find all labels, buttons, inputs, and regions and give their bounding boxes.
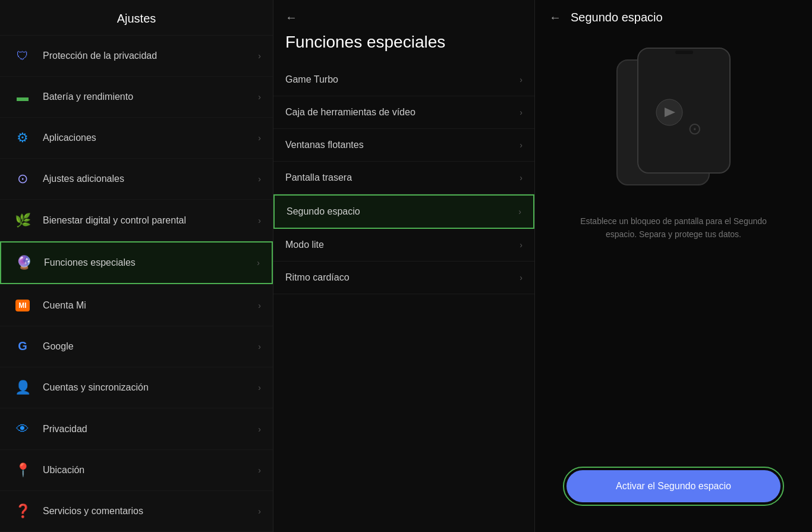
menu-item-video-toolbox[interactable]: Caja de herramientas de vídeo ›	[273, 96, 534, 129]
chevron-right-icon: ›	[258, 342, 261, 351]
chevron-right-icon: ›	[258, 174, 261, 184]
chevron-right-icon: ›	[258, 92, 261, 102]
sidebar-item-ubicacion[interactable]: 📍 Ubicación ›	[0, 450, 273, 491]
sidebar-item-mi[interactable]: MI Cuenta Mi ›	[0, 285, 273, 326]
shield-icon: 🛡	[12, 45, 33, 67]
menu-item-second-space[interactable]: Segundo espacio ›	[273, 194, 534, 229]
right-header: ← Segundo espacio	[535, 0, 812, 30]
chevron-right-icon: ›	[258, 424, 261, 434]
sidebar-item-additional[interactable]: ⊙ Ajustes adicionales ›	[0, 159, 273, 200]
sidebar-item-servicios[interactable]: ❓ Servicios y comentarios ›	[0, 491, 273, 532]
menu-item-game-turbo[interactable]: Game Turbo ›	[273, 64, 534, 96]
sidebar-item-label: Funciones especiales	[44, 257, 257, 268]
additional-icon: ⊙	[12, 168, 33, 190]
menu-item-floating-windows[interactable]: Ventanas flotantes ›	[273, 129, 534, 162]
chevron-right-icon: ›	[258, 383, 261, 392]
phone-illustration: ⊙	[605, 42, 742, 203]
activate-second-space-button[interactable]: Activar el Segundo espacio	[566, 470, 780, 502]
chevron-right-icon: ›	[258, 506, 261, 516]
sync-icon: 👤	[12, 377, 33, 398]
menu-item-lite-mode[interactable]: Modo lite ›	[273, 229, 534, 262]
middle-back-button[interactable]: ←	[285, 11, 297, 24]
sidebar-item-google[interactable]: G Google ›	[0, 326, 273, 367]
sidebar-item-privacy-protection[interactable]: 🛡 Protección de la privacidad ›	[0, 36, 273, 77]
battery-icon: ▬	[12, 86, 33, 108]
svg-rect-1	[638, 48, 730, 173]
sidebar-item-label: Bienestar digital y control parental	[43, 215, 258, 226]
sidebar-item-label: Ubicación	[43, 465, 258, 476]
menu-item-label: Caja de herramientas de vídeo	[285, 107, 520, 118]
funciones-icon: 🔮	[13, 252, 34, 273]
sidebar-item-battery[interactable]: ▬ Batería y rendimiento ›	[0, 77, 273, 118]
chevron-right-icon: ›	[520, 140, 523, 150]
google-icon: G	[12, 336, 33, 357]
menu-item-label: Pantalla trasera	[285, 172, 520, 183]
location-icon: 📍	[12, 459, 33, 481]
sidebar-item-label: Cuentas y sincronización	[43, 382, 258, 393]
phone-illustration-svg: ⊙	[605, 42, 742, 203]
sidebar-item-funciones[interactable]: 🔮 Funciones especiales ›	[0, 241, 273, 284]
right-description: Establece un bloqueo de pantalla para el…	[578, 215, 769, 241]
chevron-right-icon: ›	[518, 207, 521, 216]
right-panel-title: Segundo espacio	[571, 11, 663, 24]
sidebar-item-label: Aplicaciones	[43, 133, 258, 143]
menu-item-heart-rate[interactable]: Ritmo cardíaco ›	[273, 262, 534, 294]
support-icon: ❓	[12, 500, 33, 522]
chevron-right-icon: ›	[258, 133, 261, 143]
menu-item-label: Ritmo cardíaco	[285, 272, 520, 283]
menu-item-back-screen[interactable]: Pantalla trasera ›	[273, 162, 534, 194]
privacy-icon: 👁	[12, 418, 33, 440]
chevron-right-icon: ›	[258, 465, 261, 475]
sidebar-item-label: Servicios y comentarios	[43, 506, 258, 517]
wellbeing-icon: 🌿	[12, 210, 33, 231]
chevron-right-icon: ›	[257, 258, 260, 267]
svg-rect-5	[675, 51, 693, 54]
chevron-right-icon: ›	[258, 216, 261, 225]
sidebar-item-privacidad[interactable]: 👁 Privacidad ›	[0, 409, 273, 450]
sidebar-item-label: Protección de la privacidad	[43, 51, 258, 61]
chevron-right-icon: ›	[520, 273, 523, 282]
chevron-right-icon: ›	[520, 108, 523, 117]
sidebar: Ajustes 🛡 Protección de la privacidad › …	[0, 0, 273, 532]
sidebar-item-sync[interactable]: 👤 Cuentas y sincronización ›	[0, 367, 273, 408]
chevron-right-icon: ›	[258, 51, 261, 61]
sidebar-item-label: Batería y rendimiento	[43, 92, 258, 102]
chevron-right-icon: ›	[520, 173, 523, 182]
middle-panel-title: Funciones especiales	[273, 30, 534, 64]
middle-panel: ← Funciones especiales Game Turbo › Caja…	[273, 0, 535, 532]
sidebar-item-label: Privacidad	[43, 424, 258, 435]
mi-icon: MI	[12, 295, 33, 316]
sidebar-item-apps[interactable]: ⚙ Aplicaciones ›	[0, 118, 273, 159]
chevron-right-icon: ›	[258, 301, 261, 310]
sidebar-item-label: Google	[43, 341, 258, 352]
sidebar-item-wellbeing[interactable]: 🌿 Bienestar digital y control parental ›	[0, 200, 273, 241]
menu-item-label: Modo lite	[285, 240, 520, 250]
chevron-right-icon: ›	[520, 240, 523, 250]
sidebar-title: Ajustes	[0, 0, 273, 36]
sidebar-item-label: Cuenta Mi	[43, 300, 258, 311]
chevron-right-icon: ›	[520, 75, 523, 84]
menu-item-label: Segundo espacio	[287, 206, 518, 217]
right-content: ⊙ Establece un bloqueo de pantalla para …	[535, 30, 812, 532]
sidebar-item-label: Ajustes adicionales	[43, 174, 258, 184]
middle-header: ←	[273, 0, 534, 30]
menu-item-label: Game Turbo	[285, 74, 520, 85]
right-back-button[interactable]: ←	[549, 11, 561, 24]
menu-item-label: Ventanas flotantes	[285, 140, 520, 150]
svg-text:⊙: ⊙	[688, 119, 701, 138]
right-panel: ← Segundo espacio ⊙ Establece un bloqueo	[535, 0, 812, 532]
apps-icon: ⚙	[12, 127, 33, 149]
